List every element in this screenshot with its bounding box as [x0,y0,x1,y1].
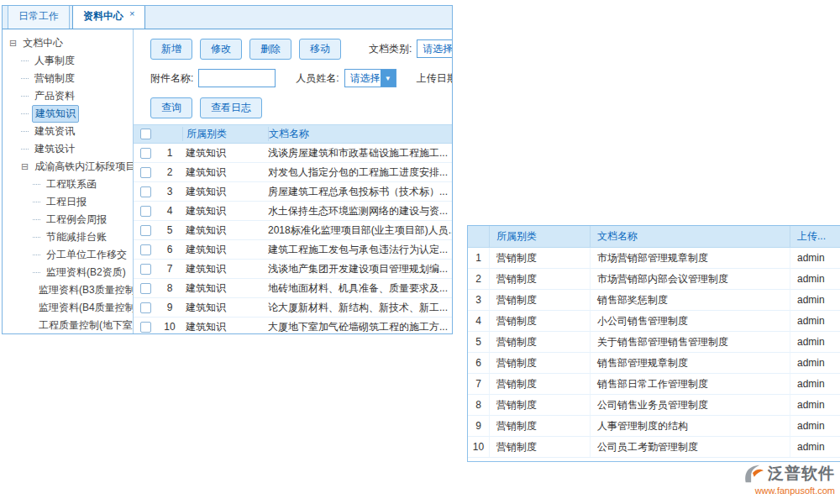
main-content: 新增 修改 删除 移动 文档类别: 请选择 ▼ 文档名称: 附件名称: 人员姓名… [134,29,452,333]
row-number: 1 [468,248,490,268]
collapse-icon[interactable]: ⊟ [9,39,17,48]
row-category: 建筑知识 [182,301,268,315]
brand-url-link[interactable]: www.fanpusoft.com [722,486,835,496]
table-row[interactable]: 8建筑知识地砖地面材料、机具准备、质量要求及... [134,279,452,298]
tree-item[interactable]: 建筑知识 [3,105,133,123]
row-uploader: admin [790,353,840,373]
move-button[interactable]: 移动 [299,39,341,60]
attachment-name-input[interactable] [198,69,276,87]
row-category: 建筑知识 [182,223,268,238]
tree-item[interactable]: ⊟文档中心 [3,34,133,52]
doc-category-select[interactable]: 请选择 ▼ [417,39,452,58]
person-name-value: 请选择 [345,71,381,86]
select-all-checkbox[interactable] [140,129,151,139]
checkbox-cell [134,206,157,217]
edit-button[interactable]: 修改 [200,39,242,60]
tree-item-label: 人事制度 [32,53,77,69]
tree-item[interactable]: 监理资料(B2资质) [3,264,133,281]
collapse-icon[interactable]: ⊟ [21,162,29,171]
row-number: 4 [157,205,182,217]
tree-item[interactable]: 工程联系函 [3,176,133,193]
row-checkbox[interactable] [140,244,151,255]
row-checkbox[interactable] [140,322,151,333]
tree-connector-icon [33,184,40,185]
tree-item[interactable]: 监理资料(B4质量控制) [3,299,133,317]
row-doc-name: 建筑工程施工发包与承包违法行为认定... [268,243,452,257]
row-doc-name: 地砖地面材料、机具准备、质量要求及... [268,281,452,296]
row-category: 营销制度 [490,437,591,457]
table-row[interactable]: 9建筑知识论大厦新材料、新结构、新技术、新工... [134,298,452,318]
tree-item[interactable]: 工程例会周报 [3,211,133,228]
tree-item[interactable]: 建筑设计 [3,140,133,158]
table-row[interactable]: 9营销制度人事管理制度的结构admin [468,416,840,437]
close-icon[interactable]: × [129,9,134,18]
row-category: 营销制度 [490,269,591,289]
query-button[interactable]: 查询 [150,97,192,118]
tree-item-label: 工程联系函 [44,176,99,192]
row-doc-name: 销售部管理规章制度 [591,353,790,373]
checkbox-cell [134,302,157,313]
tree-item-label: 产品资料 [32,88,77,104]
table-row[interactable]: 5营销制度关于销售部管理销售管理制度admin [468,332,840,353]
row-checkbox[interactable] [140,225,151,236]
table-row[interactable]: 2建筑知识对发包人指定分包的工程施工进度安排... [134,163,452,182]
row-doc-name: 公司员工考勤管理制度 [591,437,790,457]
row-doc-name: 公司销售业务员管理制度 [591,395,790,415]
tree-item[interactable]: ⊟成渝高铁内江标段项目 [3,158,133,176]
row-number: 9 [468,416,490,436]
tree-item[interactable]: 建筑资讯 [3,123,133,140]
table-row[interactable]: 6建筑知识建筑工程施工发包与承包违法行为认定... [134,240,452,260]
tree-item-label: 监理资料(B3质量控制) [36,282,134,298]
row-uploader: admin [790,290,840,310]
table-row[interactable]: 2营销制度市场营销部内部会议管理制度admin [468,269,840,290]
tree-item[interactable]: 分工单位工作移交 [3,246,133,264]
row-category: 营销制度 [490,290,591,310]
row-category: 营销制度 [490,332,591,352]
table-row[interactable]: 5建筑知识2018标准化监理项目部(业主项目部)人员... [134,221,452,240]
view-log-button[interactable]: 查看日志 [200,97,262,118]
row-checkbox[interactable] [140,186,151,197]
table-row[interactable]: 6营销制度销售部管理规章制度admin [468,353,840,374]
table-row[interactable]: 1营销制度市场营销部管理规章制度admin [468,248,840,269]
row-category: 建筑知识 [182,185,268,199]
table-row[interactable]: 10建筑知识大厦地下室加气砼墙砌筑工程的施工方... [134,318,452,333]
row-checkbox[interactable] [140,206,151,217]
row-doc-name: 论大厦新材料、新结构、新技术、新工... [268,301,452,315]
delete-button[interactable]: 删除 [249,39,291,60]
name-column-header: 文档名称 [268,127,452,141]
document-tree: ⊟文档中心人事制度营销制度产品资料建筑知识建筑资讯建筑设计⊟成渝高铁内江标段项目… [3,29,134,333]
table-row[interactable]: 4营销制度小公司销售管理制度admin [468,311,840,332]
table-row[interactable]: 1建筑知识浅谈房屋建筑和市政基础设施工程施工... [134,144,452,163]
tree-item[interactable]: 营销制度 [3,70,133,87]
tab-data-center[interactable]: 资料中心 × [72,5,145,29]
table-row[interactable]: 7营销制度销售部日常工作管理制度admin [468,374,840,395]
tree-item[interactable]: 产品资料 [3,87,133,105]
person-name-select[interactable]: 请选择 ▼ [344,69,396,87]
tree-connector-icon [21,60,29,61]
table-row[interactable]: 4建筑知识水土保持生态环境监测网络的建设与资... [134,202,452,221]
table-row[interactable]: 10营销制度公司员工考勤管理制度admin [468,437,840,458]
chevron-down-icon[interactable]: ▼ [381,70,396,87]
row-checkbox[interactable] [140,302,151,313]
tree-item[interactable]: 人事制度 [3,52,133,70]
row-checkbox[interactable] [140,167,151,178]
row-checkbox[interactable] [140,148,151,159]
row-uploader: admin [790,395,840,415]
tree-item[interactable]: 工程日报 [3,193,133,211]
tree-item[interactable]: 节能减排台账 [3,228,133,246]
tab-daily-work[interactable]: 日常工作 [8,5,70,29]
table-row[interactable]: 3建筑知识房屋建筑工程总承包投标书（技术标）... [134,182,452,202]
tree-item-label: 建筑设计 [32,141,77,157]
row-number: 4 [468,311,490,331]
table-row[interactable]: 7建筑知识浅谈地产集团开发建设项目管理规划编... [134,260,452,279]
row-checkbox[interactable] [140,264,151,275]
tree-item[interactable]: 工程质量控制(地下室) [3,317,133,333]
tree-connector-icon [33,272,40,273]
table-row[interactable]: 3营销制度销售部奖惩制度admin [468,290,840,311]
row-checkbox[interactable] [140,283,151,294]
tree-item[interactable]: 监理资料(B3质量控制) [3,281,133,299]
document-center-panel: 日常工作 资料中心 × ⊟文档中心人事制度营销制度产品资料建筑知识建筑资讯建筑设… [2,5,453,334]
table-row[interactable]: 8营销制度公司销售业务员管理制度admin [468,395,840,416]
doc-category-label: 文档类别: [369,42,412,56]
add-button[interactable]: 新增 [150,39,192,60]
